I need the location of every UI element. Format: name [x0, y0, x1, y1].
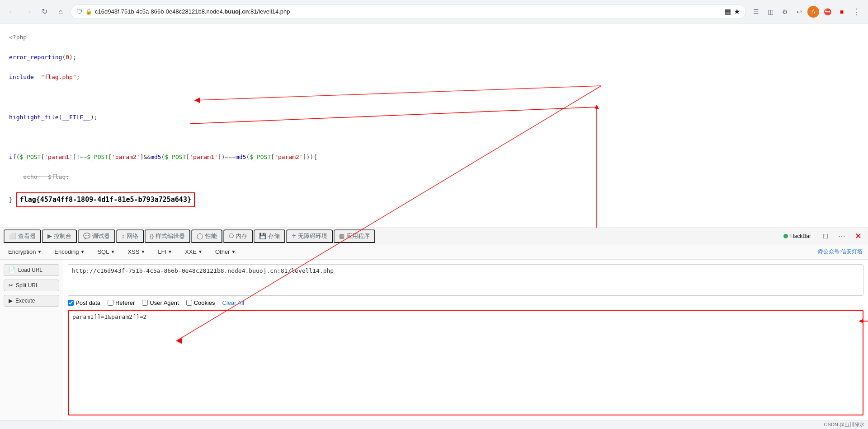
- menu-lfi[interactable]: LFI ▼: [155, 247, 175, 257]
- main-menu-button[interactable]: ⋮: [850, 5, 863, 18]
- browser-chrome: ← → ↻ ⌂ 🛡 🔒 c16d943f-751b-4c5a-866b-0e48…: [0, 0, 868, 23]
- hackbar-url-input[interactable]: [68, 264, 863, 296]
- devtools-more-btn[interactable]: ⋯: [835, 230, 848, 242]
- application-icon: ▦: [339, 233, 344, 239]
- hackbar-sidebar: 📄 Load URL ✂ Split URL ▶ Execute: [0, 260, 63, 420]
- back-button[interactable]: ←: [5, 5, 18, 18]
- menu-encryption[interactable]: Encryption ▼: [5, 247, 44, 257]
- code-line-blank2: [9, 132, 859, 142]
- user-agent-checkbox-item[interactable]: User Agent: [142, 299, 179, 306]
- tab-application-label: 应用程序: [346, 232, 370, 240]
- referer-label: Referer: [115, 299, 135, 306]
- menu-xss-label: XSS: [127, 248, 139, 255]
- inspector-icon: ⬜: [9, 233, 16, 239]
- devtools-close-btn[interactable]: ✕: [852, 230, 864, 242]
- memory-icon: ⎔: [229, 233, 234, 239]
- extensions-icon[interactable]: ⚙: [778, 5, 791, 18]
- menu-other[interactable]: Other ▼: [212, 247, 238, 257]
- qr-icon: ▦: [724, 7, 731, 16]
- cookies-checkbox-item[interactable]: Cookies: [186, 299, 215, 306]
- encryption-dropdown-icon: ▼: [37, 249, 42, 254]
- home-button[interactable]: ⌂: [54, 5, 67, 18]
- tab-memory-label: 内存: [236, 232, 247, 240]
- hackbar-body: 📄 Load URL ✂ Split URL ▶ Execute: [0, 260, 868, 420]
- code-line-2: error_reporting(0);: [9, 52, 859, 62]
- devtools-tab-bar: ⬜ 查看器 ▶ 控制台 💬 调试器 ↕ 网络 {} 样式编辑器 ◯ 性能 ⎔ 内…: [0, 228, 868, 244]
- network-icon: ↕: [122, 233, 125, 239]
- tab-grid-icon[interactable]: ◫: [764, 5, 777, 18]
- tab-inspector-label: 查看器: [18, 232, 36, 240]
- load-url-icon: 📄: [9, 267, 15, 273]
- no-icon[interactable]: ⛔: [821, 5, 834, 18]
- tab-accessibility[interactable]: ♱ 无障碍环境: [286, 229, 333, 243]
- execute-icon: ▶: [9, 298, 13, 304]
- code-line-9: } flag{457a4ff8-1809-4d1f-81e5-b793a725a…: [9, 192, 859, 208]
- forward-button[interactable]: →: [22, 5, 34, 18]
- accessibility-icon: ♱: [292, 233, 296, 239]
- address-bar[interactable]: 🛡 🔒 c16d943f-751b-4c5a-866b-0e48c28121b8…: [71, 5, 746, 19]
- split-url-icon: ✂: [9, 282, 13, 289]
- menu-xxe-label: XXE: [185, 248, 197, 255]
- load-url-button[interactable]: 📄 Load URL: [4, 264, 59, 276]
- page-content: <?php error_reporting(0); include "flag.…: [0, 23, 868, 230]
- tab-inspector[interactable]: ⬜ 查看器: [4, 229, 41, 243]
- style-editor-icon: {}: [150, 233, 154, 239]
- tab-accessibility-label: 无障碍环境: [298, 232, 327, 240]
- menu-xxe[interactable]: XXE ▼: [182, 247, 205, 257]
- post-data-checkbox-item[interactable]: Post data: [68, 299, 100, 306]
- referer-checkbox[interactable]: [108, 300, 113, 306]
- post-data-checkbox[interactable]: [68, 300, 74, 306]
- tab-memory[interactable]: ⎔ 内存: [223, 229, 253, 243]
- clear-all-button[interactable]: Clear All: [222, 299, 244, 306]
- url-text: c16d943f-751b-4c5a-866b-0e48c28121b8.nod…: [95, 8, 722, 15]
- execute-button[interactable]: ▶ Execute: [4, 295, 59, 307]
- reload-button[interactable]: ↻: [38, 5, 51, 18]
- debugger-icon: 💬: [83, 233, 90, 239]
- flag-box: flag{457a4ff8-1809-4d1f-81e5-b793a725a64…: [16, 192, 195, 208]
- other-dropdown-icon: ▼: [231, 249, 236, 254]
- browser-actions: ☰ ◫ ⚙ ↩ A ⛔ ■ ⋮: [750, 5, 863, 18]
- split-url-button[interactable]: ✂ Split URL: [4, 280, 59, 291]
- hackbar-tab-label: HackBar: [790, 233, 811, 239]
- tab-console-label: 控制台: [54, 232, 71, 240]
- tab-debugger[interactable]: 💬 调试器: [78, 229, 115, 243]
- lfi-dropdown-icon: ▼: [168, 249, 172, 254]
- tab-performance[interactable]: ◯ 性能: [191, 229, 222, 243]
- code-line-5: highlight_file(__FILE__);: [9, 112, 859, 122]
- menu-encoding[interactable]: Encoding ▼: [52, 247, 87, 257]
- tab-hackbar[interactable]: HackBar: [779, 231, 816, 241]
- post-data-input[interactable]: [68, 310, 863, 415]
- url-lock-icon: 🔒: [85, 9, 92, 15]
- star-icon: ★: [734, 7, 740, 16]
- tab-storage[interactable]: 💾 存储: [254, 229, 285, 243]
- xss-dropdown-icon: ▼: [141, 249, 145, 254]
- profile-icon[interactable]: A: [807, 6, 819, 18]
- hackbar-main: Post data Referer User Agent Cookies C: [63, 260, 868, 420]
- storage-icon: 💾: [259, 233, 266, 239]
- user-agent-checkbox[interactable]: [142, 300, 148, 306]
- tab-application[interactable]: ▦ 应用程序: [334, 229, 375, 243]
- devtools-panel: ⬜ 查看器 ▶ 控制台 💬 调试器 ↕ 网络 {} 样式编辑器 ◯ 性能 ⎔ 内…: [0, 228, 868, 429]
- referer-checkbox-item[interactable]: Referer: [108, 299, 135, 306]
- addon-icon[interactable]: ■: [835, 5, 848, 18]
- post-data-label: Post data: [75, 299, 100, 306]
- execute-label: Execute: [15, 298, 35, 304]
- tab-network[interactable]: ↕ 网络: [116, 229, 144, 243]
- console-icon: ▶: [47, 233, 52, 239]
- url-bold-part: buuoj.cn: [224, 8, 249, 15]
- encoding-dropdown-icon: ▼: [80, 249, 85, 254]
- devtools-expand-btn[interactable]: □: [819, 230, 832, 242]
- hackbar-options-row: Post data Referer User Agent Cookies C: [68, 299, 863, 306]
- xxe-dropdown-icon: ▼: [198, 249, 203, 254]
- menu-xss[interactable]: XSS ▼: [125, 247, 148, 257]
- sidebar-icon[interactable]: ☰: [750, 5, 762, 18]
- security-shield-icon: 🛡: [76, 8, 83, 15]
- tab-console[interactable]: ▶ 控制台: [42, 229, 77, 243]
- code-line-1: <?php: [9, 33, 859, 42]
- tab-debugger-label: 调试器: [92, 232, 110, 240]
- menu-encryption-label: Encryption: [8, 248, 36, 255]
- tab-style-editor[interactable]: {} 样式编辑器: [145, 229, 191, 243]
- cookies-checkbox[interactable]: [186, 300, 192, 306]
- menu-sql[interactable]: SQL ▼: [94, 247, 118, 257]
- back-history-icon[interactable]: ↩: [793, 5, 806, 18]
